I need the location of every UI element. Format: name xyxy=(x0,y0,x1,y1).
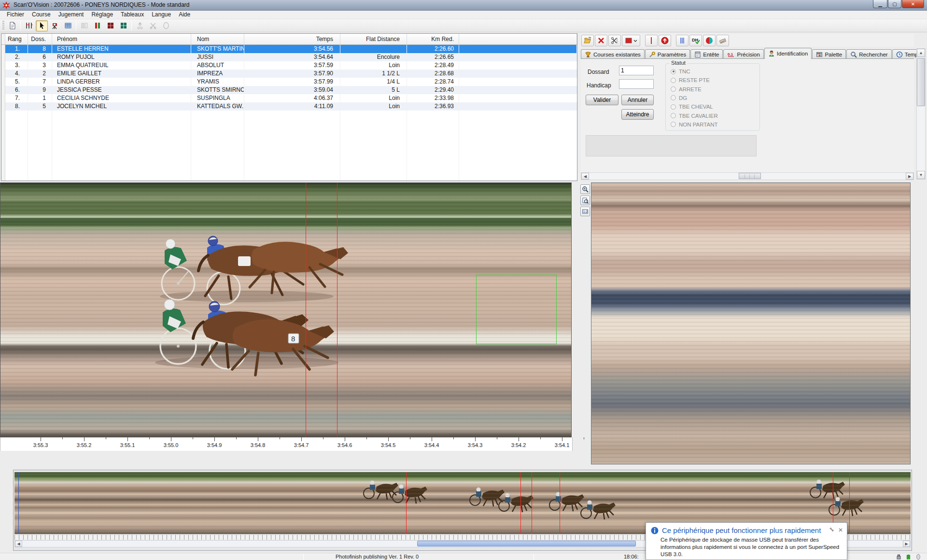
minimize-button[interactable]: ▁ xyxy=(873,0,887,8)
close-button[interactable]: ✕ xyxy=(902,0,924,8)
statut-option-arrete[interactable]: ARRETE xyxy=(671,86,702,92)
column-header-km[interactable]: Km Red. xyxy=(407,34,459,44)
radio-icon[interactable] xyxy=(671,113,676,118)
open-folder-icon[interactable] xyxy=(581,35,594,46)
atteindre-button[interactable]: Atteindre xyxy=(621,109,654,120)
table-row[interactable]: 5.7LINDA GERBERYRAMIS3:57.991/4 L2:28.74 xyxy=(1,78,577,86)
table-row[interactable]: 4.2EMILIE GAILLETIMPREZA3:57.901 1/2 L2:… xyxy=(1,70,577,78)
dossard-input[interactable] xyxy=(619,66,654,75)
tab-courses-existantes[interactable]: Courses existantes xyxy=(581,49,645,59)
scroll-right-icon[interactable]: ▶ xyxy=(903,541,910,547)
cell-filler xyxy=(459,127,577,135)
scrollbar-thumb[interactable] xyxy=(417,541,636,546)
finish-line-marker[interactable] xyxy=(306,183,306,437)
tab-identification[interactable]: Identification xyxy=(764,48,812,59)
table-row[interactable]: 2.6ROMY PUJOLJUSSI3:54.64Encolure2:26.65 xyxy=(1,53,577,61)
table-row[interactable]: 1.8ESTELLE HERRENSKOTT'S MARTINI3:54.562… xyxy=(1,45,577,53)
statut-option-tnc[interactable]: TNC xyxy=(671,69,690,74)
tab-ent-te[interactable]: Entête xyxy=(690,49,723,59)
table-row[interactable]: 7.1CECILIA SCHNYDESUSPINGLA4:06.37Loin2:… xyxy=(1,94,577,102)
cell-flat: Encolure xyxy=(340,53,407,61)
green-grid-icon[interactable] xyxy=(117,20,129,31)
menu-item-jugement[interactable]: Jugement xyxy=(55,11,88,19)
menu-item-langue[interactable]: Langue xyxy=(148,11,175,19)
title-bar[interactable]: Scan'O'Vision : 20072606 - PONEYS NORDIQ… xyxy=(0,0,927,11)
results-table[interactable]: RangDoss.PrénomNomTempsFlat DistanceKm R… xyxy=(1,33,577,181)
annuler-button[interactable]: Annuler xyxy=(621,95,654,105)
handicap-input[interactable] xyxy=(619,79,654,89)
statut-option-reste-pte[interactable]: RESTE PTE xyxy=(671,77,710,83)
toolbar-grip[interactable] xyxy=(2,21,4,30)
menu-item-aide[interactable]: Aide xyxy=(175,11,194,19)
wrench-icon[interactable]: 🔧︎ xyxy=(829,527,834,533)
tab-rechercher[interactable]: Rechercher xyxy=(846,49,891,59)
pointer-tool-icon[interactable] xyxy=(36,20,48,31)
maximize-button[interactable]: ▢ xyxy=(888,0,901,8)
statut-option-dg[interactable]: DG xyxy=(671,95,687,101)
start-list-icon[interactable] xyxy=(23,20,35,31)
column-header-doss[interactable]: Doss. xyxy=(28,34,52,44)
camera-icon[interactable] xyxy=(49,20,61,31)
scroll-left-icon[interactable]: ◀ xyxy=(581,173,589,180)
radio-icon[interactable] xyxy=(671,104,676,110)
empty-row xyxy=(1,127,577,135)
column-header-rang[interactable]: Rang xyxy=(5,34,28,44)
menu-item-rglage[interactable]: Réglage xyxy=(87,11,117,19)
scale-1-2-icon[interactable]: 1:2 xyxy=(580,207,590,216)
tab-param-tres[interactable]: Paramètres xyxy=(645,49,690,59)
menu-item-fichier[interactable]: Fichier xyxy=(3,11,28,19)
upload-circle-icon[interactable] xyxy=(659,35,671,46)
red-line-icon[interactable] xyxy=(645,35,658,46)
dh-check-icon[interactable]: DH xyxy=(689,35,702,46)
selection-rectangle[interactable] xyxy=(476,275,557,344)
cell-filler xyxy=(459,70,577,78)
usb-notification[interactable]: Ce périphérique peut fonctionner plus ra… xyxy=(646,522,847,560)
tab-palette[interactable]: Palette xyxy=(812,49,846,59)
column-header-nom[interactable]: Nom xyxy=(191,34,244,44)
eraser-icon[interactable] xyxy=(716,35,729,46)
finish-line-marker[interactable] xyxy=(337,183,337,437)
scroll-right-icon[interactable]: ▶ xyxy=(906,173,913,180)
column-header-flat[interactable]: Flat Distance xyxy=(340,34,407,44)
statut-option-tbe-cheval[interactable]: TBE CHEVAL xyxy=(671,104,713,110)
zoom-page-icon[interactable] xyxy=(580,196,590,205)
panel-horizontal-scrollbar[interactable]: ◀ ⋮⋮⋮ ▶ xyxy=(581,172,914,180)
radio-icon[interactable] xyxy=(671,95,676,100)
scroll-up-icon[interactable]: ▲ xyxy=(917,49,925,57)
blue-lines-icon[interactable] xyxy=(676,35,688,46)
photofinish-image[interactable]: 6 8 xyxy=(0,182,572,437)
statut-option-non-partant[interactable]: NON PARTANT xyxy=(671,122,718,127)
table-icon[interactable] xyxy=(62,20,74,31)
scroll-down-icon[interactable]: ▼ xyxy=(917,171,925,179)
color-box-icon[interactable] xyxy=(622,35,640,46)
column-header-temps[interactable]: Temps xyxy=(244,34,340,44)
table-row[interactable]: 6.9JESSICA PESSESKOTTS SMIRNO...3:59.045… xyxy=(1,86,577,94)
radio-icon[interactable] xyxy=(671,78,676,83)
valider-button[interactable]: Valider xyxy=(586,95,618,105)
table-row[interactable]: 3.3EMMA QUATREUILABSOLUT3:57.59Loin2:28.… xyxy=(1,61,577,70)
column-header-prenom[interactable]: Prénom xyxy=(52,34,191,44)
table-row[interactable]: 8.5JOCELYN MICHELKATTEDALS GW...4:11.09L… xyxy=(1,102,577,111)
close-icon[interactable]: ✕ xyxy=(838,527,843,533)
statut-option-tbe-cavalier[interactable]: TBE CAVALIER xyxy=(671,113,718,119)
scrollbar-thumb[interactable]: ⋮⋮⋮ xyxy=(739,173,761,179)
delete-x-icon[interactable] xyxy=(595,35,607,46)
radio-icon[interactable] xyxy=(671,122,676,127)
menu-item-course[interactable]: Course xyxy=(28,11,55,19)
radio-icon[interactable] xyxy=(671,69,676,74)
new-document-icon[interactable] xyxy=(6,20,18,31)
scrollbar-thumb[interactable] xyxy=(917,58,925,106)
flag-icon[interactable] xyxy=(91,20,103,31)
panel-vertical-scrollbar[interactable]: ▲ ▼ xyxy=(916,48,926,180)
cut-line-icon[interactable] xyxy=(608,35,621,46)
zoom-in-icon[interactable] xyxy=(580,184,590,194)
radio-icon[interactable] xyxy=(671,86,676,92)
axis-tick-minor xyxy=(584,437,584,439)
red-grid-icon[interactable] xyxy=(104,20,116,31)
ellipse-icon xyxy=(160,20,172,31)
half-circle-icon[interactable] xyxy=(703,35,716,46)
zoomed-photofinish-image[interactable] xyxy=(591,182,911,464)
scroll-left-icon[interactable]: ◀ xyxy=(15,541,22,547)
menu-item-tableaux[interactable]: Tableaux xyxy=(117,11,148,19)
tab-pr-cision[interactable]: 0.1Précision xyxy=(723,49,763,59)
